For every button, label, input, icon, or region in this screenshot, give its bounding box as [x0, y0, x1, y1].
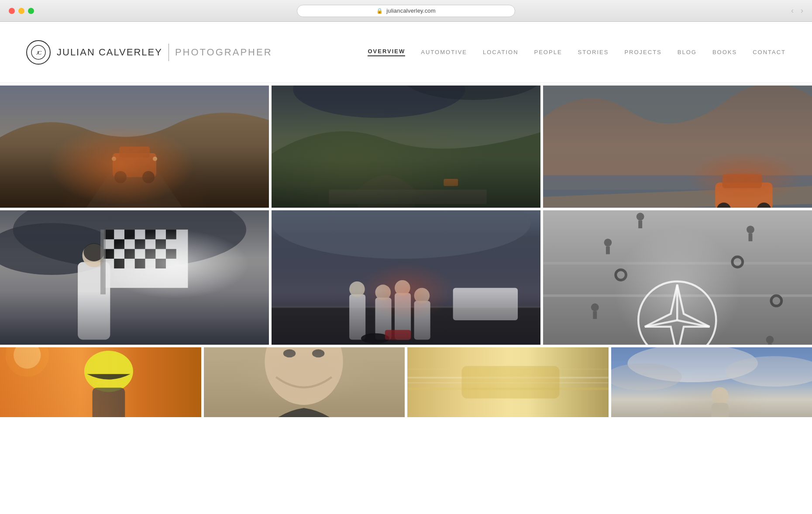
svg-rect-37 — [145, 249, 155, 259]
nav-item-contact[interactable]: CONTACT — [753, 49, 786, 55]
svg-rect-21 — [0, 210, 269, 345]
photo-moody-bridge[interactable] — [272, 86, 540, 208]
nav-item-people[interactable]: PEOPLE — [534, 49, 562, 55]
logo-name: JULIAN CALVERLEY — [57, 47, 162, 58]
svg-point-97 — [627, 347, 758, 382]
close-button[interactable] — [9, 8, 15, 14]
svg-point-82 — [84, 351, 133, 392]
photo-cyclist[interactable] — [0, 347, 201, 417]
svg-rect-17 — [715, 182, 772, 208]
svg-rect-90 — [407, 347, 609, 417]
svg-rect-95 — [461, 366, 559, 399]
photo-cell-8[interactable] — [204, 347, 405, 417]
nav-item-books[interactable]: BOOKS — [712, 49, 737, 55]
logo-area[interactable]: JC JULIAN CALVERLEY PHOTOGRAPHER — [26, 40, 272, 65]
photo-pit-stop[interactable] — [272, 210, 540, 345]
svg-rect-71 — [593, 311, 597, 319]
photo-cell-1[interactable] — [0, 86, 269, 208]
address-bar[interactable]: 🔒 juliancalverley.com — [297, 5, 515, 17]
svg-point-79 — [732, 257, 743, 267]
nav-item-location[interactable]: LOCATION — [483, 49, 519, 55]
svg-text:JC: JC — [36, 49, 42, 56]
svg-point-11 — [401, 86, 540, 100]
svg-rect-67 — [606, 247, 610, 254]
photo-motion-gold[interactable] — [407, 347, 609, 417]
svg-rect-69 — [749, 233, 753, 241]
svg-rect-12 — [329, 190, 486, 204]
photo-portrait[interactable] — [204, 347, 405, 417]
photo-grid — [0, 86, 812, 417]
svg-point-6 — [142, 171, 155, 183]
svg-rect-35 — [103, 249, 114, 259]
nav-item-blog[interactable]: BLOG — [678, 49, 697, 55]
svg-point-25 — [83, 244, 106, 267]
nav-item-projects[interactable]: PROJECTS — [624, 49, 661, 55]
svg-rect-24 — [78, 262, 110, 339]
photo-checkered-flag[interactable] — [0, 210, 269, 345]
nav-item-automotive[interactable]: AUTOMOTIVE — [421, 49, 467, 55]
logo-icon: JC — [26, 40, 51, 65]
photo-suv-hills[interactable] — [0, 86, 269, 208]
maximize-button[interactable] — [28, 8, 34, 14]
svg-rect-101 — [711, 403, 729, 417]
photo-cell-7[interactable] — [0, 347, 201, 417]
svg-rect-46 — [272, 306, 540, 308]
svg-point-80 — [771, 296, 781, 306]
svg-rect-41 — [155, 259, 166, 268]
svg-line-64 — [677, 320, 709, 327]
photo-cell-10[interactable] — [611, 347, 812, 417]
svg-point-49 — [349, 281, 365, 297]
svg-point-7 — [112, 157, 116, 161]
svg-rect-96 — [611, 347, 812, 417]
photo-cell-4[interactable] — [0, 210, 269, 345]
svg-rect-14 — [444, 179, 458, 186]
svg-rect-30 — [145, 230, 155, 239]
photo-person-clouds[interactable] — [611, 347, 812, 417]
svg-rect-29 — [124, 230, 135, 239]
svg-rect-92 — [407, 382, 609, 383]
svg-rect-59 — [543, 262, 812, 264]
nav-item-overview[interactable]: OVERVIEW — [368, 48, 405, 56]
svg-point-74 — [637, 213, 644, 221]
svg-point-78 — [616, 270, 626, 280]
svg-point-8 — [153, 157, 157, 161]
photo-coastal-suv[interactable] — [543, 86, 812, 208]
nav-item-stories[interactable]: STORIES — [578, 49, 609, 55]
svg-rect-38 — [166, 249, 176, 259]
svg-rect-73 — [768, 343, 772, 345]
photo-row-3 — [0, 347, 812, 417]
svg-point-56 — [361, 333, 389, 344]
minimize-button[interactable] — [18, 8, 24, 14]
svg-rect-9 — [272, 86, 540, 208]
svg-point-51 — [375, 284, 391, 300]
photo-row-2 — [0, 210, 812, 345]
svg-rect-86 — [204, 347, 405, 417]
svg-point-53 — [395, 280, 410, 296]
photo-cell-6[interactable] — [543, 210, 812, 345]
photo-cell-3[interactable] — [543, 86, 812, 208]
svg-rect-16 — [543, 175, 812, 208]
svg-point-99 — [611, 363, 682, 390]
photo-cell-9[interactable] — [407, 347, 609, 417]
svg-point-26 — [83, 243, 104, 261]
svg-rect-31 — [166, 230, 176, 239]
url-text: juliancalverley.com — [386, 7, 436, 14]
svg-rect-52 — [395, 293, 411, 340]
svg-rect-50 — [375, 298, 391, 339]
forward-icon[interactable]: › — [801, 6, 803, 15]
svg-rect-42 — [100, 230, 106, 294]
svg-point-89 — [312, 349, 324, 357]
photo-cell-5[interactable] — [272, 210, 540, 345]
svg-point-66 — [604, 239, 612, 247]
svg-rect-33 — [135, 239, 145, 249]
browser-chrome: 🔒 juliancalverley.com ‹ › — [0, 0, 812, 22]
logo-subtitle: PHOTOGRAPHER — [175, 47, 272, 58]
svg-rect-4 — [119, 147, 150, 158]
svg-point-68 — [747, 226, 754, 233]
photo-cell-2[interactable] — [272, 86, 540, 208]
back-icon[interactable]: ‹ — [791, 6, 794, 15]
photo-aerial-mercedes[interactable] — [543, 210, 812, 345]
svg-point-72 — [766, 336, 774, 344]
svg-rect-58 — [543, 210, 812, 345]
svg-point-10 — [293, 86, 465, 118]
